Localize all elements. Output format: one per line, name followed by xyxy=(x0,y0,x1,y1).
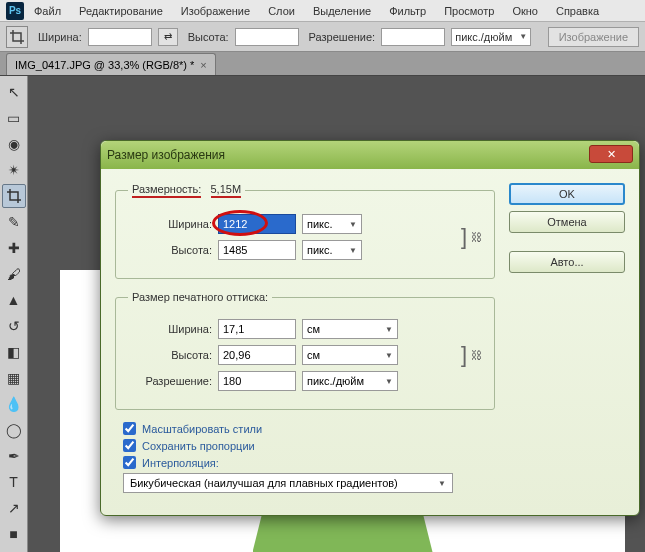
options-width-label: Ширина: xyxy=(38,31,82,43)
menu-image[interactable]: Изображение xyxy=(181,5,250,17)
tools-panel: ↖ ▭ ◉ ✴ ✎ ✚ 🖌 ▲ ↺ ◧ ▦ 💧 ◯ ✒ T ↗ ■ xyxy=(0,76,28,552)
options-height-input[interactable] xyxy=(235,28,299,46)
menu-view[interactable]: Просмотр xyxy=(444,5,494,17)
menu-help[interactable]: Справка xyxy=(556,5,599,17)
heal-tool-icon[interactable]: ✚ xyxy=(2,236,26,260)
pixel-width-label: Ширина: xyxy=(128,218,212,230)
document-tab-bar: IMG_0417.JPG @ 33,3% (RGB/8*) * × xyxy=(0,52,645,76)
options-height-label: Высота: xyxy=(188,31,229,43)
history-brush-tool-icon[interactable]: ↺ xyxy=(2,314,26,338)
scale-styles-label: Масштабировать стили xyxy=(142,423,262,435)
ok-button[interactable]: OK xyxy=(509,183,625,205)
interpolation-label: Интерполяция: xyxy=(142,457,219,469)
stamp-tool-icon[interactable]: ▲ xyxy=(2,288,26,312)
scale-styles-checkbox[interactable]: Масштабировать стили xyxy=(123,422,495,435)
interpolation-checkbox[interactable]: Интерполяция: xyxy=(123,456,495,469)
menu-layers[interactable]: Слои xyxy=(268,5,295,17)
lasso-tool-icon[interactable]: ◉ xyxy=(2,132,26,156)
wand-tool-icon[interactable]: ✴ xyxy=(2,158,26,182)
options-bar: Ширина: ⇄ Высота: Разрешение: пикс./дюйм… xyxy=(0,22,645,52)
scale-styles-check[interactable] xyxy=(123,422,136,435)
interpolation-select[interactable]: Бикубическая (наилучшая для плавных град… xyxy=(123,473,453,493)
menu-select[interactable]: Выделение xyxy=(313,5,371,17)
constrain-proportions-checkbox[interactable]: Сохранить пропорции xyxy=(123,439,495,452)
gradient-tool-icon[interactable]: ▦ xyxy=(2,366,26,390)
menu-window[interactable]: Окно xyxy=(512,5,538,17)
options-unit-select[interactable]: пикс./дюйм▼ xyxy=(451,28,531,46)
pen-tool-icon[interactable]: ✒ xyxy=(2,444,26,468)
pixel-height-input[interactable] xyxy=(218,240,296,260)
menubar: Ps Файл Редактирование Изображение Слои … xyxy=(0,0,645,22)
print-width-label: Ширина: xyxy=(128,323,212,335)
marquee-tool-icon[interactable]: ▭ xyxy=(2,106,26,130)
document-tab[interactable]: IMG_0417.JPG @ 33,3% (RGB/8*) * × xyxy=(6,53,216,75)
print-width-input[interactable] xyxy=(218,319,296,339)
print-size-label: Размер печатного оттиска: xyxy=(128,291,272,303)
print-height-unit-select[interactable]: см▼ xyxy=(302,345,398,365)
constrain-check[interactable] xyxy=(123,439,136,452)
print-width-unit-select[interactable]: см▼ xyxy=(302,319,398,339)
options-width-input[interactable] xyxy=(88,28,152,46)
pixel-width-unit-select[interactable]: пикс.▼ xyxy=(302,214,362,234)
document-tab-title: IMG_0417.JPG @ 33,3% (RGB/8*) * xyxy=(15,59,194,71)
menu-filter[interactable]: Фильтр xyxy=(389,5,426,17)
dimensions-value: 5,15M xyxy=(211,183,242,198)
pixel-height-label: Высота: xyxy=(128,244,212,256)
menu-file[interactable]: Файл xyxy=(34,5,61,17)
print-height-label: Высота: xyxy=(128,349,212,361)
image-size-dialog: Размер изображения ✕ Размерность: 5,15M … xyxy=(100,140,640,516)
pixel-height-unit-select[interactable]: пикс.▼ xyxy=(302,240,362,260)
swap-dimensions-button[interactable]: ⇄ xyxy=(158,28,178,46)
constrain-link-icon[interactable]: ⛓ xyxy=(471,231,482,243)
options-image-button[interactable]: Изображение xyxy=(548,27,639,47)
print-size-group: Размер печатного оттиска: Ширина: см▼ Вы… xyxy=(115,291,495,410)
app-logo: Ps xyxy=(6,2,24,20)
print-height-input[interactable] xyxy=(218,345,296,365)
pixel-width-input[interactable] xyxy=(218,214,296,234)
interpolation-check[interactable] xyxy=(123,456,136,469)
auto-button[interactable]: Авто... xyxy=(509,251,625,273)
type-tool-icon[interactable]: T xyxy=(2,470,26,494)
constrain-link-icon[interactable]: ⛓ xyxy=(471,349,482,361)
close-tab-icon[interactable]: × xyxy=(200,59,206,71)
link-bracket: ] xyxy=(457,224,471,250)
crop-tool-icon[interactable] xyxy=(6,26,28,48)
dialog-title: Размер изображения xyxy=(107,148,225,162)
cancel-button[interactable]: Отмена xyxy=(509,211,625,233)
blur-tool-icon[interactable]: 💧 xyxy=(2,392,26,416)
link-bracket: ] xyxy=(457,342,471,368)
dialog-close-button[interactable]: ✕ xyxy=(589,145,633,163)
options-resolution-label: Разрешение: xyxy=(309,31,376,43)
menu-edit[interactable]: Редактирование xyxy=(79,5,163,17)
options-resolution-input[interactable] xyxy=(381,28,445,46)
crop-tool-icon[interactable] xyxy=(2,184,26,208)
print-resolution-unit-select[interactable]: пикс./дюйм▼ xyxy=(302,371,398,391)
path-tool-icon[interactable]: ↗ xyxy=(2,496,26,520)
dodge-tool-icon[interactable]: ◯ xyxy=(2,418,26,442)
eyedropper-tool-icon[interactable]: ✎ xyxy=(2,210,26,234)
print-resolution-label: Разрешение: xyxy=(128,375,212,387)
print-resolution-input[interactable] xyxy=(218,371,296,391)
constrain-label: Сохранить пропорции xyxy=(142,440,255,452)
brush-tool-icon[interactable]: 🖌 xyxy=(2,262,26,286)
move-tool-icon[interactable]: ↖ xyxy=(2,80,26,104)
dimensions-label: Размерность: xyxy=(132,183,201,198)
eraser-tool-icon[interactable]: ◧ xyxy=(2,340,26,364)
dialog-titlebar[interactable]: Размер изображения ✕ xyxy=(101,141,639,169)
pixel-dimensions-group: Размерность: 5,15M Ширина: пикс.▼ Высота… xyxy=(115,183,495,279)
shape-tool-icon[interactable]: ■ xyxy=(2,522,26,546)
